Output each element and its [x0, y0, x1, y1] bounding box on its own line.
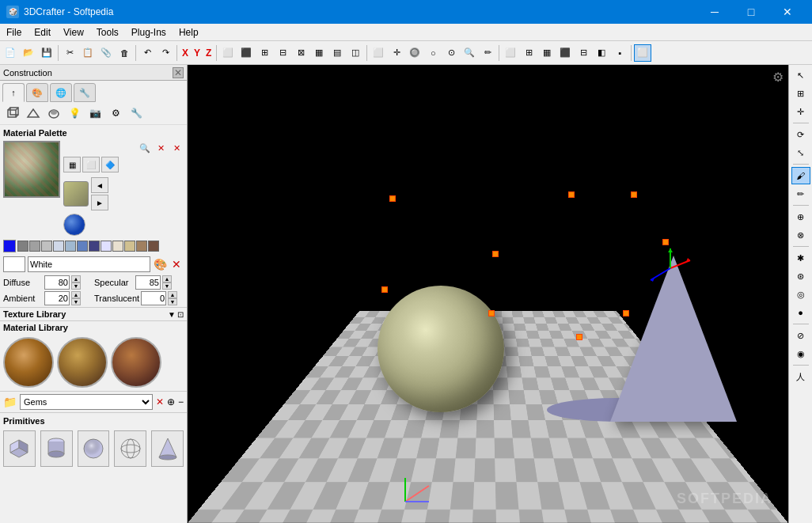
rt-paint[interactable]: 🖌 — [791, 167, 810, 184]
primitive-sphere[interactable] — [78, 430, 110, 467]
rt-scale[interactable]: ⤡ — [791, 144, 810, 161]
ambient-input[interactable] — [44, 291, 70, 305]
tb-shape1[interactable]: ⬜ — [370, 44, 387, 62]
cs-tan[interactable] — [124, 241, 135, 252]
diffuse-up[interactable]: ▲ — [71, 275, 81, 282]
minimize-button[interactable]: ─ — [696, 0, 733, 24]
menu-plugins[interactable]: Plug-Ins — [125, 25, 173, 40]
tb-redo[interactable]: ↷ — [157, 44, 174, 62]
cs-brown1[interactable] — [136, 241, 147, 252]
cs-cream[interactable] — [112, 241, 123, 252]
rt-grid[interactable]: ⊘ — [791, 327, 810, 344]
mat-lib-item-2[interactable] — [57, 337, 108, 388]
rt-fx4[interactable]: ● — [791, 304, 810, 321]
tb-render4[interactable]: ⬛ — [556, 44, 574, 62]
tb-render1[interactable]: ⬜ — [502, 44, 519, 62]
rt-magnet[interactable]: ⊗ — [791, 226, 810, 244]
name-color-swatch[interactable] — [3, 256, 25, 272]
viewport-gear-icon[interactable]: ⚙ — [772, 70, 784, 85]
icon-light[interactable]: 💡 — [65, 104, 84, 122]
specular-down[interactable]: ▼ — [162, 282, 172, 290]
rt-person[interactable]: 人 — [791, 368, 810, 385]
tb-cut[interactable]: ✂ — [61, 44, 78, 62]
tab-transform[interactable]: ↑ — [2, 83, 25, 102]
translucent-up[interactable]: ▲ — [168, 291, 177, 298]
name-color-btn[interactable]: 🎨 — [153, 257, 167, 271]
icon-shape-box[interactable] — [3, 104, 22, 122]
tb-view4[interactable]: ⊟ — [274, 44, 291, 62]
tb-render5[interactable]: ⊟ — [575, 44, 592, 62]
cs-gray2[interactable] — [29, 241, 40, 252]
color-blue[interactable] — [3, 240, 16, 252]
ambient-up[interactable]: ▲ — [71, 291, 81, 298]
tb-shape6[interactable]: 🔍 — [461, 44, 478, 62]
cs-darkblue[interactable] — [89, 241, 100, 252]
tab-settings[interactable]: 🔧 — [74, 83, 96, 102]
primitive-cone[interactable] — [151, 430, 184, 467]
tb-paste[interactable]: 📎 — [97, 44, 115, 62]
gems-delete-btn[interactable]: ✕ — [156, 396, 164, 407]
tb-last[interactable]: ⬜ — [634, 44, 651, 62]
tb-render6[interactable]: ◧ — [593, 44, 610, 62]
tb-shape3[interactable]: 🔘 — [406, 44, 423, 62]
menu-help[interactable]: Help — [173, 25, 205, 40]
mat-arrow-right[interactable]: ► — [91, 195, 108, 210]
tex-lib-down[interactable]: ▼ — [168, 310, 176, 319]
tb-view7[interactable]: ▤ — [328, 44, 346, 62]
tex-lib-expand[interactable]: ⊡ — [177, 310, 184, 319]
tb-delete[interactable]: 🗑 — [116, 44, 133, 62]
cs-blue1[interactable] — [65, 241, 76, 252]
tab-color[interactable]: 🎨 — [26, 83, 48, 102]
mat-x2-icon[interactable]: ✕ — [169, 141, 184, 155]
mat-globe[interactable] — [63, 214, 85, 236]
rt-eraser[interactable]: ✏ — [791, 185, 810, 203]
rt-fx1[interactable]: ✱ — [791, 249, 810, 267]
rt-zoom[interactable]: ⊞ — [791, 85, 810, 102]
rt-rotate[interactable]: ⟳ — [791, 126, 810, 143]
menu-edit[interactable]: Edit — [28, 25, 57, 40]
mat-grid-btn[interactable]: ▦ — [63, 157, 81, 172]
primitive-cube[interactable] — [3, 430, 36, 467]
tb-render3[interactable]: ▦ — [538, 44, 556, 62]
cs-gray1[interactable] — [17, 241, 28, 252]
material-name-input[interactable] — [28, 256, 150, 272]
menu-file[interactable]: File — [0, 25, 28, 40]
tb-render7[interactable]: ▪ — [611, 44, 628, 62]
tb-shape7[interactable]: ✏ — [479, 44, 496, 62]
tb-view1[interactable]: ⬜ — [219, 44, 237, 62]
mat-square-btn[interactable]: ⬜ — [82, 157, 100, 172]
icon-camera[interactable]: 📷 — [85, 104, 104, 122]
name-x-btn[interactable]: ✕ — [169, 257, 184, 271]
mat-lib-item-1[interactable] — [3, 337, 54, 388]
translucent-down[interactable]: ▼ — [168, 298, 177, 305]
menu-tools[interactable]: Tools — [90, 25, 125, 40]
material-preview[interactable] — [3, 141, 60, 198]
tb-shape4[interactable]: ○ — [424, 44, 442, 62]
diffuse-down[interactable]: ▼ — [71, 282, 81, 290]
mat-filter-icon[interactable]: 🔍 — [138, 141, 152, 155]
gems-select[interactable]: Gems Metals Wood Stone — [20, 394, 153, 410]
tb-shape2[interactable]: ✛ — [388, 44, 405, 62]
mat-lib-item-3[interactable] — [111, 337, 161, 388]
cs-brown2[interactable] — [148, 241, 159, 252]
construction-close[interactable]: ✕ — [173, 67, 184, 78]
ambient-down[interactable]: ▼ — [71, 298, 81, 305]
icon-tools[interactable]: 🔧 — [127, 104, 146, 122]
tb-save[interactable]: 💾 — [38, 44, 55, 62]
viewport[interactable]: ⚙ SOFTPEDIA — [188, 65, 788, 523]
tb-copy[interactable]: 📋 — [79, 44, 97, 62]
specular-input[interactable] — [135, 275, 161, 290]
mat-x-icon[interactable]: ✕ — [154, 141, 168, 155]
cs-blue2[interactable] — [77, 241, 88, 252]
specular-up[interactable]: ▲ — [162, 275, 172, 282]
primitive-cylinder[interactable] — [40, 430, 73, 467]
rt-crosshair[interactable]: ⊕ — [791, 208, 810, 225]
tb-shape5[interactable]: ⊙ — [442, 44, 460, 62]
tb-view3[interactable]: ⊞ — [256, 44, 273, 62]
tab-texture[interactable]: 🌐 — [50, 83, 72, 102]
icon-blob[interactable] — [44, 104, 63, 122]
tb-view5[interactable]: ⊠ — [292, 44, 309, 62]
rt-pan[interactable]: ✛ — [791, 103, 810, 120]
maximize-button[interactable]: □ — [733, 0, 769, 24]
tb-view6[interactable]: ▦ — [310, 44, 328, 62]
